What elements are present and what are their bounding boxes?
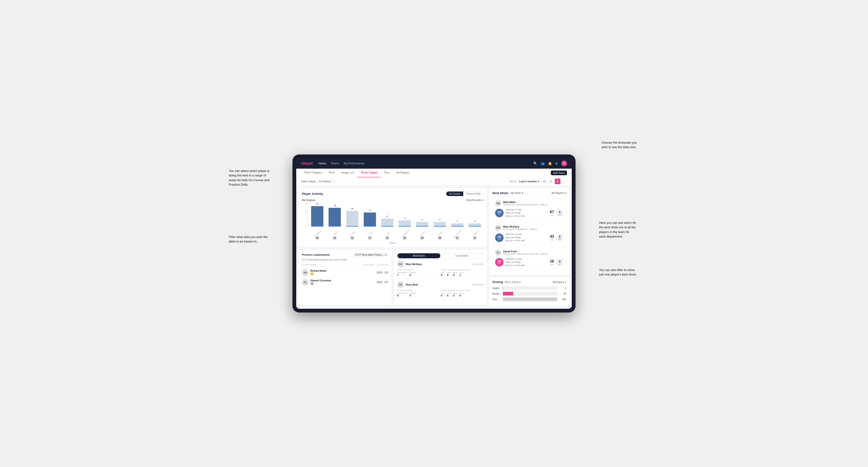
shots-filter[interactable]: All Shots ▾ — [511, 191, 523, 195]
players-filter[interactable]: All Players ▾ — [552, 191, 566, 195]
rank-badge: 2 — [310, 282, 314, 285]
practice-label: Practice — [409, 292, 416, 294]
nav-link-teams[interactable]: Teams — [331, 162, 339, 165]
scoring-title: Scoring — [493, 280, 503, 284]
right-column: Best Shots All Shots ▾ All Players ▾ — [489, 188, 569, 307]
scoring-par-filter[interactable]: Par 3, 4 & 5s ▾ — [505, 281, 521, 283]
leaderboard-header: Practice Leaderboards PUTT Must Make Put… — [302, 253, 388, 257]
tablet-screen: clippd Home Teams My Performance 🔍 👥 🔔 ⊕… — [296, 158, 572, 309]
bar-chart: 15 10 5 0 1312109543322B. McHargR. Britt… — [302, 203, 484, 241]
active-avatar: RB — [397, 281, 404, 288]
player-avatar: RB — [302, 269, 309, 276]
show-select[interactable]: Last 3 months ▾ — [519, 180, 539, 183]
app-value: 0 — [447, 294, 451, 297]
player-info: RB Richard Butler 1 — [302, 269, 375, 276]
bar[interactable]: 12 — [329, 208, 341, 227]
shot-location: 09 Jun 2023 · Royal North Devon GC · Hol… — [503, 204, 548, 206]
most-active-tab[interactable]: Most Active — [398, 253, 440, 258]
nav-link-home[interactable]: Home — [318, 162, 326, 165]
nav-link-my-performance[interactable]: My Performance — [344, 162, 365, 165]
least-active-tab[interactable]: Least Active — [440, 253, 483, 258]
edit-icon[interactable]: ✎ — [333, 180, 335, 183]
practice-value: 4 — [409, 294, 416, 297]
player-avatar-small: LR — [466, 236, 484, 240]
leaderboard-filter[interactable]: PUTT Must Make Putting ... ▾ — [353, 253, 388, 257]
scoring-players-filter[interactable]: All Players ▾ — [553, 281, 566, 283]
scoring-bar-label: Eagles — [493, 287, 501, 289]
leaderboard-rows: RB Richard Butler 1 19/20 110 EC Edward … — [302, 268, 388, 287]
active-date: 26 Aug 2023 — [471, 263, 484, 266]
grid-view-button[interactable]: ⊞ — [541, 179, 547, 184]
list-view-button[interactable]: ⊟ — [548, 179, 554, 184]
bar[interactable]: 13 — [311, 206, 323, 227]
shot-details: 198 SG Shot Dist: 16 ydsStart Lie: Rough… — [495, 257, 563, 267]
chevron-down-icon: ▾ — [565, 281, 566, 283]
shot-player-avatar: BM — [495, 225, 501, 231]
annotation-top-right: Choose the timescale you wish to see the… — [601, 140, 637, 150]
bar-group: 4 — [396, 203, 413, 227]
bar[interactable]: 10 — [346, 211, 359, 227]
best-shots-header: Best Shots All Shots ▾ All Players ▾ — [493, 191, 566, 195]
tournament-label: Tournament — [397, 292, 407, 294]
show-label: Show: — [510, 180, 517, 183]
active-player-info: RB Rees Britt — [397, 281, 418, 288]
chart-filter-select[interactable]: Total Rounds ▾ — [466, 198, 484, 201]
top-nav: clippd Home Teams My Performance 🔍 👥 🔔 ⊕… — [296, 158, 572, 168]
shot-card[interactable]: MM Matt Miller 09 Jun 2023 · Royal North… — [493, 198, 566, 220]
search-icon[interactable]: 🔍 — [533, 161, 537, 165]
stat-row: Tournament 7 Practice 6 — [397, 272, 440, 276]
shot-location: 24 Aug 2023 · Royal North Devon GC · Hol… — [503, 253, 548, 255]
chevron-down-icon: ▾ — [538, 180, 539, 183]
scoring-bar-fill — [503, 292, 513, 295]
player-avatar-small: EC — [448, 236, 466, 240]
col-player-name: PLAYER NAME — [302, 264, 364, 266]
tab-hcaps[interactable]: Hcaps 1-5 — [338, 168, 357, 177]
shot-cards: MM Matt Miller 09 Jun 2023 · Royal North… — [493, 198, 566, 270]
shot-player-avatar: DF — [495, 250, 501, 256]
pb-score: 19/20 — [376, 271, 382, 274]
bar[interactable]: 3 — [434, 222, 446, 227]
shot-card[interactable]: BM Blair McHarg 23 Jul 2023 · Ashridge G… — [493, 222, 566, 245]
chart-filter-row: On Course Total Rounds ▾ — [302, 198, 484, 201]
stat-row-2: GTT 0 APP 0 ARG 0 PUTT 1 — [441, 272, 484, 276]
team-controls: Show: Last 3 months ▾ ⊞ ⊟ ♥ ↕ — [510, 179, 567, 184]
tab-pgat-players[interactable]: PGAT Players — [301, 168, 325, 177]
player-avatar-small: DF — [343, 236, 361, 240]
bar[interactable]: 5 — [381, 219, 394, 226]
practice-drills-toggle[interactable]: Practice Drills — [463, 191, 483, 196]
scoring-panel: Scoring Par 3, 4 & 5s ▾ All Players ▾ Ea… — [489, 277, 569, 306]
plus-circle-icon[interactable]: ⊕ — [555, 161, 558, 165]
chart-area: On Course Total Rounds ▾ 15 — [302, 198, 484, 244]
bar[interactable]: 4 — [399, 220, 411, 227]
player-avatar: EC — [302, 279, 309, 286]
shot-card-header: BM Blair McHarg 23 Jul 2023 · Ashridge G… — [495, 225, 563, 231]
add-team-button[interactable]: Add Team — [551, 170, 567, 175]
bar[interactable]: 2 — [469, 223, 481, 226]
tab-tour[interactable]: Tour — [381, 168, 393, 177]
player-rank: 2 — [310, 282, 331, 285]
x-axis-label: Players — [302, 242, 484, 244]
chevron-right-icon: › — [562, 256, 563, 260]
avatar[interactable]: U — [561, 161, 567, 166]
active-player-name: Rees Britt — [406, 283, 418, 286]
shot-card[interactable]: DF David Ford 24 Aug 2023 · Royal North … — [493, 247, 566, 270]
bar-group: 3 — [413, 203, 431, 227]
bar[interactable]: 3 — [416, 222, 428, 227]
active-player-header: BM Blair McHarg 26 Aug 2023 — [397, 261, 484, 268]
tab-all-players[interactable]: All Players — [393, 168, 413, 177]
bar-group: 5 — [379, 203, 396, 227]
shot-location: 23 Jul 2023 · Ashridge GC · Hole 15 — [503, 228, 537, 230]
users-icon[interactable]: 👥 — [540, 161, 545, 165]
practice-activities-label: Total Practice Activities — [441, 269, 484, 271]
chevron-down-icon: ▾ — [565, 191, 566, 195]
tab-team-clippd[interactable]: Team Clippd — [357, 168, 381, 177]
bell-icon[interactable]: 🔔 — [548, 161, 552, 165]
tab-pga[interactable]: PGA — [325, 168, 338, 177]
heart-view-button[interactable]: ♥ — [555, 179, 560, 184]
bar[interactable]: 9 — [364, 213, 376, 227]
activity-toggle: On Course Practice Drills — [446, 191, 484, 196]
sort-view-button[interactable]: ↕ — [561, 179, 567, 184]
practice-label: Practice — [409, 272, 416, 274]
bar[interactable]: 2 — [451, 223, 464, 226]
on-course-toggle[interactable]: On Course — [446, 191, 463, 196]
